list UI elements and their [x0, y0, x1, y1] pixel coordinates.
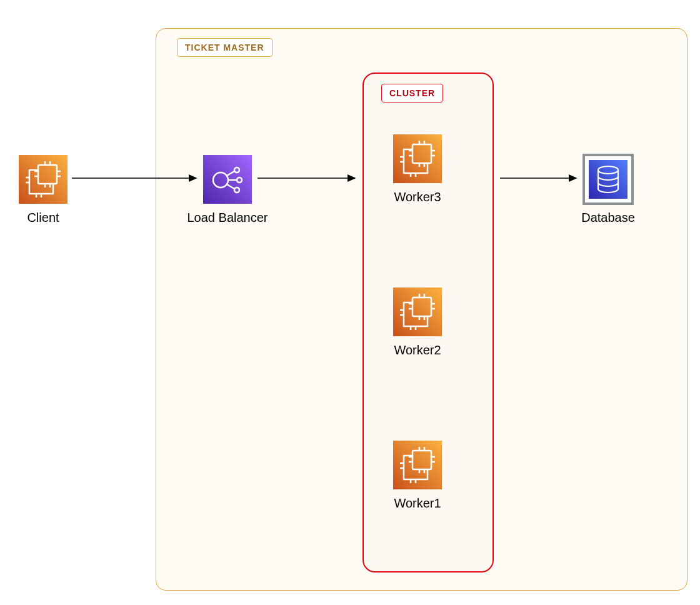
load-balancer-icon: [203, 155, 252, 204]
database-icon: [584, 155, 632, 204]
worker3-icon: [393, 134, 442, 183]
svg-rect-0: [19, 155, 68, 204]
client-icon: [19, 155, 68, 204]
svg-rect-10: [393, 134, 442, 183]
svg-rect-12: [393, 288, 442, 336]
database-label: Database: [558, 211, 658, 225]
worker2-label: Worker2: [368, 343, 468, 358]
worker3-label: Worker3: [368, 190, 468, 204]
diagram-svg: [0, 0, 700, 605]
worker1-label: Worker1: [368, 496, 468, 511]
load-balancer-label: Load Balancer: [178, 211, 278, 225]
worker1-icon: [393, 441, 442, 489]
svg-rect-14: [393, 441, 442, 489]
client-label: Client: [0, 211, 93, 225]
worker2-icon: [393, 288, 442, 336]
